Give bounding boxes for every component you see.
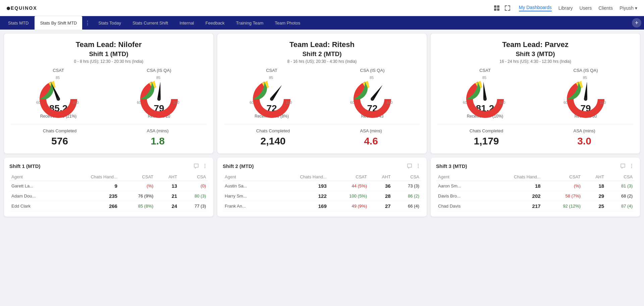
team-lead-title: Team Lead: Nilofer <box>11 40 207 49</box>
col-header: Chats Hand... <box>486 173 543 181</box>
asa-label: ASA (mins) <box>535 128 633 133</box>
top-nav-right: My Dashboards Library Users Clients Piyu… <box>493 5 637 11</box>
csa-cell: 77 (3) <box>179 201 208 211</box>
col-header: Chats Hand... <box>62 173 119 181</box>
nav-library[interactable]: Library <box>558 5 573 11</box>
tab-internal[interactable]: Internal <box>174 16 199 30</box>
tab-training-team[interactable]: Training Team <box>231 16 269 30</box>
chats-handled: 122 <box>272 191 329 201</box>
shift-tables-row: Shift 1 (MTD) AgentChats Hand...CSATAHTC… <box>4 158 640 217</box>
nav-users[interactable]: Users <box>580 5 592 11</box>
more-options-icon[interactable] <box>202 163 208 169</box>
asa-section: ASA (mins) 1.8 <box>109 128 207 147</box>
chats-handled: 266 <box>62 201 119 211</box>
col-header: Agent <box>436 173 486 181</box>
table-header: Shift 3 (MTD) <box>436 163 635 169</box>
more-options-icon[interactable] <box>629 163 635 169</box>
shift-time: 16 - 24 hrs (US); 4:30 - 12:30 hrs (Indi… <box>437 59 633 64</box>
svg-text:85: 85 <box>269 76 273 80</box>
nav-my-dashboards[interactable]: My Dashboards <box>519 5 552 11</box>
comment-icon[interactable] <box>620 163 626 169</box>
col-header: Chats Hand... <box>272 173 329 181</box>
col-header: CSA <box>606 173 635 181</box>
svg-text:60: 60 <box>564 100 568 104</box>
csa-cell: 68 (2) <box>606 191 635 201</box>
table-card-1: Shift 1 (MTD) AgentChats Hand...CSATAHTC… <box>4 158 213 217</box>
csat-cell: 49 (9%) <box>329 201 369 211</box>
chats-handled: 18 <box>486 181 543 191</box>
metrics-row: Chats Completed 576 ASA (mins) 1.8 <box>11 128 207 147</box>
svg-rect-1 <box>497 5 499 8</box>
svg-point-8 <box>57 97 60 101</box>
expand-icon[interactable] <box>504 5 511 11</box>
table-row: Davis Bro... 202 58 (7%) 29 68 (2) <box>436 191 635 201</box>
chats-handled: 193 <box>272 181 329 191</box>
csaqa-gauge: 60 100 85 <box>136 75 182 102</box>
chats-completed-label: Chats Completed <box>224 128 322 133</box>
table-row: Frank An... 169 49 (9%) 27 66 (4) <box>223 201 421 211</box>
metrics-row: Chats Completed 1,179 ASA (mins) 3.0 <box>437 128 633 147</box>
csa-cell: 86 (2) <box>393 191 421 201</box>
asa-value: 4.6 <box>322 135 420 147</box>
svg-text:100: 100 <box>286 100 292 104</box>
comment-icon[interactable] <box>407 163 413 169</box>
tab-more-options[interactable]: ⋮ <box>83 20 92 26</box>
csat-gauge: 60 100 85 <box>248 75 295 102</box>
table-title: Shift 3 (MTD) <box>436 163 467 169</box>
chats-handled: 169 <box>272 201 329 211</box>
csat-gauge: 60 100 85 <box>462 75 508 102</box>
more-options-icon[interactable] <box>415 163 421 169</box>
csa-cell: 81 (3) <box>606 181 635 191</box>
shift-cards-row: Team Lead: Nilofer Shift 1 (MTD) 0 - 8 h… <box>4 34 640 154</box>
asa-value: 1.8 <box>109 135 207 147</box>
aht-cell: 25 <box>583 201 606 211</box>
add-tab-button[interactable]: + <box>632 18 641 28</box>
shift-card-1: Team Lead: Nilofer Shift 1 (MTD) 0 - 8 h… <box>4 34 213 154</box>
agent-name: Garett La... <box>9 181 62 191</box>
csat-cell: (%) <box>119 181 155 191</box>
csat-section: CSAT 60 100 85 81.2 Received 117 (10%) <box>437 68 533 119</box>
svg-point-40 <box>631 164 632 165</box>
svg-point-41 <box>631 166 632 167</box>
svg-text:85: 85 <box>370 76 374 80</box>
csaqa-label: CSA (IS QA) <box>574 68 598 73</box>
aht-cell: 28 <box>369 191 393 201</box>
tab-stats-today[interactable]: Stats Today <box>93 16 126 30</box>
aht-cell: 13 <box>155 181 179 191</box>
table-icons <box>193 163 208 169</box>
csat-cell: 44 (5%) <box>329 181 369 191</box>
tab-stats-by-shift-mtd[interactable]: Stats By Shift MTD <box>35 16 82 30</box>
csa-cell: 80 (3) <box>179 191 208 201</box>
grid-icon[interactable] <box>493 5 500 11</box>
csaqa-label: CSA (IS QA) <box>147 68 171 73</box>
csat-section: CSAT 60 100 85 85.2 Received 119 (21%) <box>11 68 106 119</box>
nav-user-profile[interactable]: Piyush ▾ <box>620 5 637 11</box>
csaqa-label: CSA (IS QA) <box>360 68 385 73</box>
card-divider <box>224 124 420 124</box>
tab-stats-mtd[interactable]: Stats MTD <box>3 16 34 30</box>
csa-cell: 66 (4) <box>393 201 421 211</box>
csa-cell: (0) <box>179 181 208 191</box>
top-nav-links: My Dashboards Library Users Clients Piyu… <box>519 5 637 11</box>
team-lead-title: Team Lead: Parvez <box>437 40 633 49</box>
svg-rect-3 <box>497 8 499 11</box>
tab-stats-current-shift[interactable]: Stats Current Shift <box>127 16 173 30</box>
col-header: CSAT <box>543 173 583 181</box>
tab-team-photos[interactable]: Team Photos <box>269 16 306 30</box>
comment-icon[interactable] <box>193 163 199 169</box>
nav-clients[interactable]: Clients <box>598 5 613 11</box>
tab-feedback[interactable]: Feedback <box>200 16 230 30</box>
svg-text:100: 100 <box>72 100 78 104</box>
table-row: Garett La... 9 (%) 13 (0) <box>9 181 208 191</box>
chevron-down-icon: ▾ <box>635 5 637 11</box>
csat-cell: 92 (12%) <box>543 201 583 211</box>
svg-text:60: 60 <box>250 100 254 104</box>
csat-cell: 100 (5%) <box>329 191 369 201</box>
shift-card-3: Team Lead: Parvez Shift 3 (MTD) 16 - 24 … <box>431 34 640 154</box>
shift-name: Shift 2 (MTD) <box>224 50 420 58</box>
chats-completed-value: 2,140 <box>224 135 322 147</box>
card-divider <box>437 124 633 124</box>
agent-table: AgentChats Hand...CSATAHTCSA Austin Sa..… <box>223 173 421 211</box>
csat-section: CSAT 60 100 85 72 Received 168 (8%) <box>224 68 319 119</box>
svg-text:100: 100 <box>173 100 179 104</box>
